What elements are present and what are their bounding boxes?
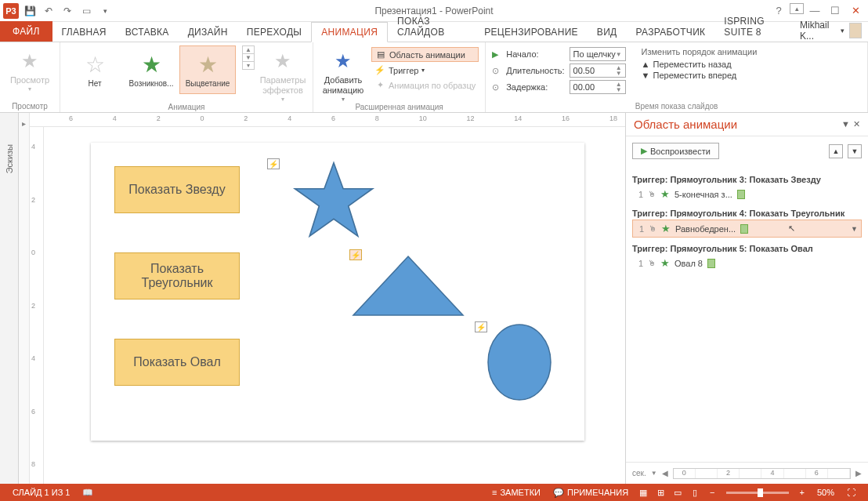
notes-button[interactable]: ≡ЗАМЕТКИ bbox=[486, 488, 547, 497]
zoom-slider[interactable] bbox=[726, 492, 789, 494]
close-icon[interactable]: ✕ bbox=[846, 3, 865, 19]
trigger-button[interactable]: ⚡ Триггер ▾ bbox=[371, 64, 479, 77]
shape-button-star[interactable]: Показать Звезду bbox=[114, 166, 240, 213]
effect-options-button[interactable]: ★ Параметры эффектов ▾ bbox=[259, 45, 306, 103]
star-green-icon: ★ bbox=[660, 257, 670, 269]
maximize-icon[interactable]: ☐ bbox=[826, 3, 844, 19]
pane-close-icon[interactable]: ✕ bbox=[853, 119, 860, 129]
fit-to-window-icon[interactable]: ⛶ bbox=[841, 488, 862, 497]
tab-insert[interactable]: ВСТАВКА bbox=[116, 23, 179, 42]
animation-painter-button[interactable]: ✦ Анимация по образцу bbox=[371, 78, 479, 92]
reading-view-icon[interactable]: ▭ bbox=[669, 485, 686, 499]
move-earlier-button[interactable]: ▲Переместить назад bbox=[642, 60, 758, 69]
tab-home[interactable]: ГЛАВНАЯ bbox=[52, 23, 116, 42]
slideshow-view-icon[interactable]: ▯ bbox=[686, 485, 703, 499]
tab-slideshow[interactable]: ПОКАЗ СЛАЙДОВ bbox=[388, 12, 475, 42]
comments-button[interactable]: 💬ПРИМЕЧАНИЯ bbox=[547, 488, 635, 498]
arrow-down-icon: ▼ bbox=[642, 71, 650, 80]
animation-pane-footer: сек. ▼ ◀ 0246 ▶ bbox=[626, 462, 868, 484]
animation-entry-1[interactable]: 1 🖱 ★ 5-конечная з... bbox=[632, 186, 862, 202]
star-play-icon: ★ bbox=[17, 49, 42, 74]
animation-gallery[interactable]: ☆ Нет ★ Возникнов... ★ Выцветание bbox=[67, 45, 236, 94]
zoom-level[interactable]: 50% bbox=[811, 488, 841, 497]
move-down-button[interactable]: ▼ bbox=[848, 144, 862, 158]
canvas[interactable]: Показать Звезду Показать Треугольник Пок… bbox=[44, 127, 625, 484]
tab-developer[interactable]: РАЗРАБОТЧИК bbox=[627, 23, 715, 42]
ribbon-group-timing: ▶Начало: По щелчку▼ ⊙Длительность: 00.50… bbox=[486, 42, 868, 112]
tab-view[interactable]: ВИД bbox=[588, 23, 627, 42]
expand-thumbnails[interactable]: ▸ bbox=[19, 113, 30, 484]
mouse-click-icon: 🖱 bbox=[648, 259, 656, 267]
start-select[interactable]: По щелчку▼ bbox=[570, 47, 626, 61]
normal-view-icon[interactable]: ▦ bbox=[635, 485, 652, 499]
animation-pane: Область анимации ▼ ✕ ▶ Воспроизвести ▲ ▼… bbox=[625, 113, 868, 484]
move-up-button[interactable]: ▲ bbox=[829, 144, 843, 158]
gallery-up-icon[interactable]: ▲ bbox=[243, 46, 254, 54]
spellcheck-icon[interactable]: 📖 bbox=[76, 488, 99, 498]
thumbnails-pane[interactable]: Эскизы bbox=[0, 113, 19, 484]
slide-counter[interactable]: СЛАЙД 1 ИЗ 1 bbox=[6, 488, 76, 497]
tab-review[interactable]: РЕЦЕНЗИРОВАНИЕ bbox=[475, 23, 588, 42]
animation-pane-button[interactable]: ▤ Область анимации bbox=[371, 47, 479, 62]
avatar bbox=[849, 23, 862, 38]
anim-fade[interactable]: ★ Выцветание bbox=[179, 45, 236, 94]
ribbon: ★ Просмотр ▾ Просмотр ☆ Нет ★ Возникнов.… bbox=[0, 42, 868, 113]
tab-design[interactable]: ДИЗАЙН bbox=[179, 23, 237, 42]
painter-icon: ✦ bbox=[374, 80, 385, 90]
quick-access-toolbar: P3 💾 ↶ ↷ ▭ ▾ bbox=[0, 3, 113, 19]
minimize-icon[interactable]: — bbox=[805, 3, 824, 19]
delay-input[interactable]: 00.00▲▼ bbox=[570, 80, 626, 94]
slide-editor: 642024681012141618 4202468 Показать Звез… bbox=[30, 113, 625, 484]
svg-marker-1 bbox=[353, 256, 463, 315]
gallery-down-icon[interactable]: ▼ bbox=[243, 54, 254, 62]
move-later-button[interactable]: ▼Переместить вперед bbox=[642, 71, 758, 80]
animation-entry-3[interactable]: 1 🖱 ★ Овал 8 bbox=[632, 255, 862, 271]
tab-file[interactable]: ФАЙЛ bbox=[0, 21, 52, 42]
gallery-expand[interactable]: ▲ ▼ ▾ bbox=[242, 45, 255, 70]
zoom-out-button[interactable]: − bbox=[703, 488, 721, 497]
animation-pane-header: Область анимации ▼ ✕ bbox=[626, 113, 868, 136]
anim-none[interactable]: ☆ Нет bbox=[67, 45, 123, 94]
redo-icon[interactable]: ↷ bbox=[60, 3, 75, 19]
user-name: Mikhail K... bbox=[800, 20, 836, 42]
slide[interactable]: Показать Звезду Показать Треугольник Пок… bbox=[91, 143, 584, 441]
triangle-shape[interactable] bbox=[349, 252, 467, 319]
timeline-right-icon[interactable]: ▶ bbox=[855, 469, 862, 477]
ribbon-tabs: ФАЙЛ ГЛАВНАЯ ВСТАВКА ДИЗАЙН ПЕРЕХОДЫ АНИ… bbox=[0, 22, 868, 42]
gallery-more-icon[interactable]: ▾ bbox=[243, 62, 254, 69]
pane-options-icon[interactable]: ▼ bbox=[841, 119, 850, 129]
main-area: Эскизы ▸ 642024681012141618 4202468 Пока… bbox=[0, 113, 868, 484]
trigger-badge-1[interactable]: ⚡ bbox=[267, 158, 280, 169]
animation-entry-2[interactable]: 1 🖱 ★ Равнобедрен... ↖ ▼ bbox=[632, 220, 862, 238]
play-icon: ▶ bbox=[641, 146, 647, 156]
user-area[interactable]: Mikhail K... ▾ bbox=[800, 20, 868, 42]
tab-transitions[interactable]: ПЕРЕХОДЫ bbox=[237, 23, 311, 42]
ribbon-group-preview: ★ Просмотр ▾ Просмотр bbox=[0, 42, 60, 112]
duration-input[interactable]: 00.50▲▼ bbox=[570, 64, 626, 78]
shape-button-oval[interactable]: Показать Овал bbox=[114, 339, 240, 386]
undo-icon[interactable]: ↶ bbox=[41, 3, 56, 19]
oval-shape[interactable] bbox=[486, 323, 553, 401]
qat-more-icon[interactable]: ▾ bbox=[97, 3, 113, 19]
shape-button-triangle[interactable]: Показать Треугольник bbox=[114, 252, 240, 300]
ribbon-group-advanced: ★ Добавить анимацию ▾ ▤ Область анимации… bbox=[313, 42, 486, 112]
star-green-icon: ★ bbox=[142, 52, 161, 78]
add-animation-button[interactable]: ★ Добавить анимацию ▾ bbox=[320, 45, 367, 103]
chevron-down-icon[interactable]: ▼ bbox=[651, 470, 657, 477]
star-add-icon: ★ bbox=[331, 49, 356, 74]
timeline-left-icon[interactable]: ◀ bbox=[662, 469, 668, 477]
trigger-badge-3[interactable]: ⚡ bbox=[475, 321, 487, 332]
sorter-view-icon[interactable]: ⊞ bbox=[652, 485, 669, 499]
start-slideshow-icon[interactable]: ▭ bbox=[78, 3, 94, 19]
save-icon[interactable]: 💾 bbox=[22, 3, 38, 19]
timeline-ruler[interactable]: 0246 bbox=[673, 468, 851, 479]
tab-animation[interactable]: АНИМАЦИЯ bbox=[311, 22, 388, 42]
chevron-down-icon[interactable]: ▼ bbox=[851, 225, 858, 233]
zoom-in-button[interactable]: + bbox=[794, 488, 811, 497]
preview-button[interactable]: ★ Просмотр ▾ bbox=[6, 45, 53, 93]
star-shape[interactable] bbox=[291, 158, 377, 241]
reorder-controls: Изменить порядок анимации ▲Переместить н… bbox=[642, 45, 758, 80]
anim-appear[interactable]: ★ Возникнов... bbox=[123, 45, 179, 94]
tab-ispring[interactable]: ISPRING SUITE 8 bbox=[714, 12, 800, 42]
play-from-button[interactable]: ▶ Воспроизвести bbox=[632, 143, 719, 159]
